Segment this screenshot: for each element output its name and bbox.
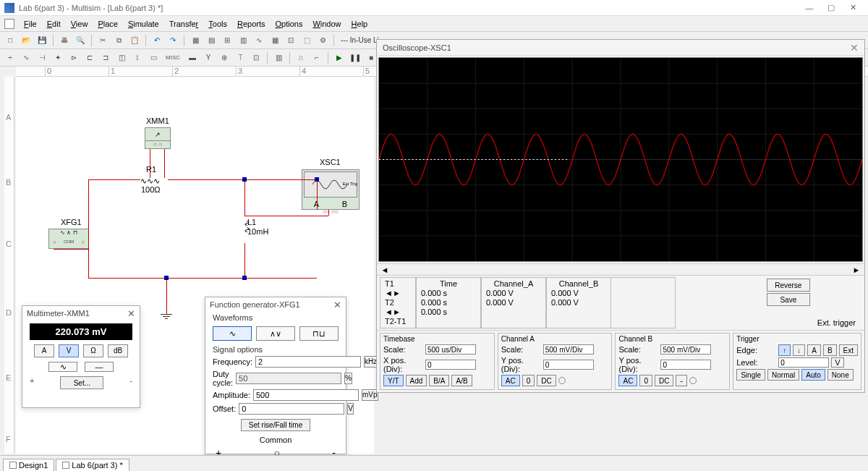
cha-ypos[interactable]	[543, 360, 594, 370]
close-button[interactable]: ✕	[842, 3, 864, 12]
redo-icon[interactable]: ↷	[166, 34, 180, 47]
save-icon[interactable]: 💾	[35, 34, 49, 47]
run-icon[interactable]: ▶	[332, 51, 346, 64]
comp-icon[interactable]: ⎍	[294, 51, 308, 64]
edge-ext[interactable]: Ext	[839, 344, 858, 356]
comp-icon[interactable]: ◫	[114, 51, 129, 64]
cut-icon[interactable]: ✂	[95, 34, 110, 47]
undo-icon[interactable]: ↶	[150, 34, 164, 47]
paste-icon[interactable]: 📋	[127, 34, 142, 47]
chb-ypos[interactable]	[660, 360, 711, 370]
edge-rise[interactable]: ↑	[778, 344, 791, 356]
maximize-button[interactable]: ▢	[820, 3, 842, 12]
chb-ac[interactable]: AC	[618, 375, 637, 386]
tool-icon[interactable]: ▤	[204, 34, 218, 47]
comp-icon[interactable]: ⊕	[217, 51, 231, 64]
multimeter-instrument[interactable]: ↗ ○ ○	[145, 127, 171, 149]
menu-transfer[interactable]: Transfer	[164, 20, 204, 28]
reverse-button[interactable]: Reverse	[767, 279, 810, 292]
preview-icon[interactable]: 🔍	[73, 34, 88, 47]
mm-ac-icon[interactable]: ∿	[48, 362, 77, 372]
tool-icon[interactable]: ⬚	[299, 34, 314, 47]
trig-single[interactable]: Single	[736, 369, 765, 381]
oscilloscope-window[interactable]: Oscilloscope-XSC1✕ ◄► T1 ◄► T2 ◄► T2-T1 …	[376, 39, 865, 393]
comp-icon[interactable]: ∿	[19, 51, 33, 64]
trig-normal[interactable]: Normal	[767, 369, 799, 381]
menu-window[interactable]: Window	[307, 20, 346, 28]
yt-button[interactable]: Y/T	[383, 375, 404, 386]
close-icon[interactable]: ✕	[127, 308, 135, 319]
misc-label[interactable]: MISC	[162, 51, 184, 64]
close-icon[interactable]: ✕	[333, 300, 341, 310]
new-icon[interactable]: □	[3, 34, 17, 47]
tool-icon[interactable]: ⚙	[315, 34, 330, 47]
mm-dc-icon[interactable]: —	[85, 362, 114, 372]
timebase-xpos[interactable]	[425, 360, 476, 370]
comp-icon[interactable]: Y	[201, 51, 216, 64]
trig-level[interactable]	[778, 357, 829, 368]
menu-edit[interactable]: Edit	[42, 20, 66, 28]
ab-button[interactable]: A/B	[451, 375, 472, 386]
comp-icon[interactable]: ⊡	[249, 51, 263, 64]
chb-0[interactable]: 0	[639, 375, 652, 386]
wave-square-icon[interactable]: ⊓⊔	[299, 326, 339, 341]
wave-sine-icon[interactable]: ∿	[213, 326, 252, 341]
tool-icon[interactable]: ⊞	[220, 34, 234, 47]
comp-icon[interactable]: ▭	[146, 51, 161, 64]
tool-icon[interactable]: ∿	[252, 34, 266, 47]
close-icon[interactable]: ✕	[850, 42, 859, 54]
trig-auto[interactable]: Auto	[801, 369, 825, 381]
minimize-button[interactable]: —	[799, 4, 820, 12]
edge-b[interactable]: B	[823, 344, 837, 356]
set-rise-fall-button[interactable]: Set rise/Fall time	[241, 419, 310, 431]
mm-btn-db[interactable]: dB	[108, 344, 128, 357]
funcgen-panel[interactable]: Function generator-XFG1✕ Waveforms ∿ ∧∨ …	[205, 297, 346, 454]
add-button[interactable]: Add	[406, 375, 427, 386]
print-icon[interactable]: 🖶	[57, 34, 72, 47]
chb-probe[interactable]	[689, 377, 697, 384]
mm-btn-a[interactable]: A	[34, 344, 54, 357]
chb-dc[interactable]: DC	[655, 375, 673, 386]
cha-ac[interactable]: AC	[501, 375, 520, 386]
tool-icon[interactable]: ▥	[236, 34, 250, 47]
cha-scale[interactable]	[543, 344, 594, 355]
duty-input[interactable]	[236, 373, 341, 384]
menu-help[interactable]: Help	[346, 20, 373, 28]
comp-icon[interactable]: ▬	[185, 51, 200, 64]
menu-place[interactable]: Place	[93, 20, 123, 28]
comp-icon[interactable]: ▥	[271, 51, 286, 64]
freq-input[interactable]	[255, 356, 361, 368]
tab-lab6[interactable]: Lab 6(part 3) *	[56, 459, 129, 471]
funcgen-instrument[interactable]: ∿ ∧ ⊓ ○ COM ○	[48, 229, 89, 249]
amp-input[interactable]	[253, 389, 359, 401]
tool-icon[interactable]: ⊡	[284, 34, 298, 47]
open-icon[interactable]: 📂	[19, 34, 33, 47]
cha-dc[interactable]: DC	[537, 375, 556, 386]
timebase-scale[interactable]	[425, 344, 476, 355]
edge-a[interactable]: A	[807, 344, 821, 356]
menu-tools[interactable]: Tools	[203, 20, 232, 28]
comp-icon[interactable]: ⌐	[310, 51, 324, 64]
comp-icon[interactable]: ⊏	[82, 51, 97, 64]
copy-icon[interactable]: ⧉	[111, 34, 126, 47]
scope-screen[interactable]	[378, 57, 863, 262]
tool-icon[interactable]: ▦	[268, 34, 282, 47]
ba-button[interactable]: B/A	[429, 375, 449, 386]
comp-icon[interactable]: ÷	[3, 51, 17, 64]
chb-scale[interactable]	[660, 344, 711, 355]
wave-tri-icon[interactable]: ∧∨	[256, 326, 295, 341]
offset-input[interactable]	[239, 403, 344, 415]
scope-instrument[interactable]: Ext Trig AB ○○ ○○	[302, 169, 359, 210]
menu-view[interactable]: View	[66, 20, 93, 28]
tab-design1[interactable]: Design1	[3, 459, 54, 471]
save-button[interactable]: Save	[767, 293, 810, 306]
comp-icon[interactable]: ⊳	[67, 51, 81, 64]
cha-0[interactable]: 0	[522, 375, 535, 386]
mm-set-button[interactable]: Set...	[60, 376, 103, 389]
mm-btn-ohm[interactable]: Ω	[83, 344, 103, 357]
menu-options[interactable]: Options	[271, 20, 308, 28]
comp-icon[interactable]: ⟙	[233, 51, 247, 64]
multimeter-panel[interactable]: Multimeter-XMM1✕ 220.073 mV A V Ω dB ∿ —…	[22, 305, 140, 408]
comp-icon[interactable]: ⊐	[98, 51, 113, 64]
mm-btn-v[interactable]: V	[59, 344, 79, 357]
